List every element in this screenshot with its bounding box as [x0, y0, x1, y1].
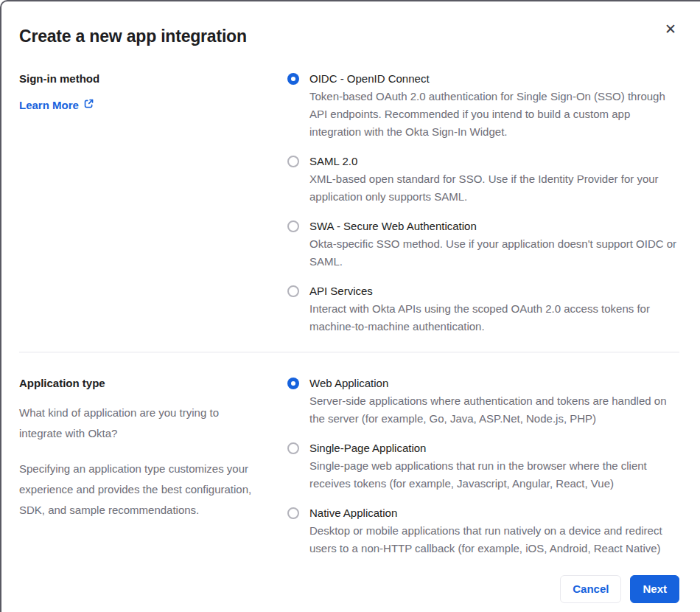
application-type-question: What kind of application are you trying … [19, 403, 261, 444]
signin-method-options: OIDC - OpenID Connect Token-based OAuth … [287, 70, 679, 335]
learn-more-label: Learn More [19, 97, 79, 114]
option-label: Single-Page Application [309, 439, 679, 457]
section-divider [19, 352, 679, 352]
option-description: XML-based open standard for SSO. Use if … [309, 170, 679, 206]
signin-method-label: Sign-in method [19, 70, 261, 88]
dialog-title: Create a new app integration [19, 27, 679, 46]
create-app-integration-dialog: Create a new app integration ✕ Sign-in m… [0, 0, 700, 612]
radio-selected-icon[interactable] [287, 73, 299, 85]
radio-option-api-services[interactable]: API Services Interact with Okta APIs usi… [287, 282, 679, 335]
radio-option-saml[interactable]: SAML 2.0 XML-based open standard for SSO… [287, 153, 679, 206]
application-type-label: Application type [19, 375, 261, 392]
radio-option-swa[interactable]: SWA - Secure Web Authentication Okta-spe… [287, 218, 679, 271]
option-label: SAML 2.0 [309, 153, 679, 170]
option-description: Desktop or mobile applications that run … [309, 522, 679, 557]
close-icon[interactable]: ✕ [662, 19, 679, 39]
option-label: Native Application [309, 504, 679, 522]
option-description: Okta-specific SSO method. Use if your ap… [309, 235, 679, 271]
application-type-help-text: Specifying an application type customize… [19, 459, 261, 521]
application-type-section: Application type What kind of applicatio… [19, 375, 679, 557]
radio-unselected-icon[interactable] [287, 285, 299, 297]
learn-more-link[interactable]: Learn More [19, 97, 94, 114]
next-button[interactable]: Next [630, 575, 679, 603]
application-type-options: Web Application Server-side applications… [287, 375, 679, 557]
signin-method-left-column: Sign-in method Learn More [19, 70, 287, 114]
radio-unselected-icon[interactable] [287, 156, 299, 167]
option-label: Web Application [309, 375, 679, 392]
option-description: Server-side applications where authentic… [309, 392, 679, 428]
option-label: API Services [309, 282, 679, 300]
radio-selected-icon[interactable] [287, 378, 299, 389]
option-label: OIDC - OpenID Connect [309, 70, 679, 88]
option-description: Single-page web applications that run in… [309, 457, 679, 493]
dialog-footer: Cancel Next [19, 557, 679, 603]
radio-unselected-icon[interactable] [287, 220, 299, 232]
external-link-icon [83, 97, 94, 114]
radio-option-web-application[interactable]: Web Application Server-side applications… [287, 375, 679, 428]
application-type-left-column: Application type What kind of applicatio… [19, 375, 287, 521]
option-description: Interact with Okta APIs using the scoped… [309, 300, 679, 335]
radio-option-oidc[interactable]: OIDC - OpenID Connect Token-based OAuth … [287, 70, 679, 141]
radio-option-single-page-application[interactable]: Single-Page Application Single-page web … [287, 439, 679, 493]
option-label: SWA - Secure Web Authentication [309, 218, 679, 235]
radio-unselected-icon[interactable] [287, 442, 299, 454]
option-description: Token-based OAuth 2.0 authentication for… [309, 88, 679, 141]
cancel-button[interactable]: Cancel [560, 575, 621, 603]
dialog-header: Create a new app integration ✕ [19, 27, 679, 46]
signin-method-section: Sign-in method Learn More OIDC - OpenID … [19, 70, 679, 335]
radio-option-native-application[interactable]: Native Application Desktop or mobile app… [287, 504, 679, 557]
radio-unselected-icon[interactable] [287, 507, 299, 519]
